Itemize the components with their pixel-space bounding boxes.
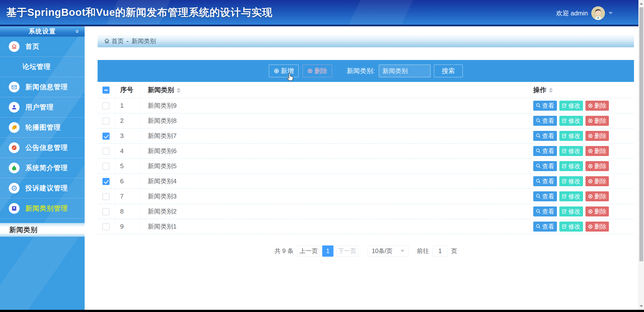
scrollbar-thumb[interactable]	[639, 7, 643, 261]
delete-button[interactable]: ⊗ 删除	[586, 176, 609, 186]
edit-button[interactable]: 修改	[559, 176, 583, 186]
edit-icon	[562, 178, 567, 184]
sidebar-item-8[interactable]: 新闻类别管理	[0, 198, 85, 219]
delete-button[interactable]: ⊗ 删除	[586, 222, 609, 232]
edit-button[interactable]: 修改	[559, 161, 583, 171]
edit-button[interactable]: 修改	[559, 131, 583, 141]
sort-caret-icon[interactable]	[176, 88, 180, 93]
edit-button[interactable]: 修改	[559, 222, 583, 232]
view-button[interactable]: 查看	[533, 161, 557, 171]
delete-button[interactable]: ⊗ 删除	[586, 101, 609, 111]
view-button[interactable]: 查看	[533, 146, 557, 156]
view-button[interactable]: 查看	[533, 222, 557, 232]
view-button[interactable]: 查看	[533, 101, 557, 111]
view-button[interactable]: 查看	[533, 206, 557, 216]
row-checkbox[interactable]	[102, 193, 110, 200]
table-row: 3 新闻类别7 查看 修改 ⊗ 删除	[98, 128, 634, 143]
sidebar-subitem-news-category[interactable]: 新闻类别	[0, 223, 85, 237]
sidebar-item-6[interactable]: 系统简介管理	[0, 158, 85, 178]
magnifier-icon	[536, 209, 541, 214]
user-icon	[9, 102, 20, 113]
edit-button[interactable]: 修改	[559, 206, 583, 216]
sidebar-item-3[interactable]: 用户管理	[0, 97, 85, 117]
sidebar-group-header[interactable]: 系统设置 »	[0, 26, 85, 36]
next-page-button[interactable]: 下一页	[336, 246, 358, 257]
view-button[interactable]: 查看	[533, 191, 557, 201]
page-number-button[interactable]: 1	[322, 246, 334, 257]
scroll-down-arrow-icon[interactable]	[639, 303, 644, 309]
goto-page-input[interactable]	[432, 246, 448, 257]
edit-button-label: 修改	[568, 192, 580, 200]
search-button[interactable]: 搜索	[434, 65, 463, 77]
sidebar-item-2[interactable]: 新闻信息管理	[0, 77, 85, 97]
row-checkbox[interactable]	[102, 102, 110, 109]
edit-button[interactable]: 修改	[559, 101, 583, 111]
delete-button[interactable]: ⊗ 删除	[586, 116, 609, 126]
view-button[interactable]: 查看	[533, 176, 557, 186]
delete-button-label: 删除	[594, 117, 606, 125]
sort-caret-icon[interactable]	[549, 88, 553, 93]
row-checkbox[interactable]	[102, 163, 110, 170]
table-row: 1 新闻类别9 查看 修改 ⊗ 删除	[98, 98, 634, 113]
avatar[interactable]	[591, 6, 605, 20]
table-header-row: 序号 新闻类别 操作	[98, 82, 634, 98]
sidebar-item-0[interactable]: 首页	[0, 36, 85, 57]
row-category: 新闻类别3	[140, 189, 530, 204]
sidebar-item-7[interactable]: 投诉建议管理	[0, 178, 85, 198]
carousel-icon	[9, 122, 20, 133]
row-checkbox[interactable]	[102, 223, 110, 230]
edit-button-label: 修改	[568, 162, 580, 170]
view-button-label: 查看	[542, 147, 554, 155]
row-checkbox[interactable]	[102, 133, 110, 140]
row-checkbox[interactable]	[102, 208, 110, 215]
add-button[interactable]: ⊕ 新增	[269, 65, 298, 77]
prev-page-button[interactable]: 上一页	[298, 246, 319, 257]
edit-button-label: 修改	[568, 223, 580, 231]
sidebar-item-4[interactable]: 轮播图管理	[0, 117, 85, 138]
edit-icon	[562, 224, 567, 229]
view-button-label: 查看	[542, 177, 554, 185]
row-checkbox[interactable]	[102, 178, 110, 185]
delete-button[interactable]: ⊗ 删除	[586, 191, 609, 201]
breadcrumb-current: 新闻类别	[132, 37, 156, 45]
column-header-index: 序号	[115, 82, 140, 98]
double-chevron-down-icon[interactable]: »	[74, 30, 82, 33]
edit-icon	[562, 209, 567, 214]
view-button[interactable]: 查看	[533, 131, 557, 141]
magnifier-icon	[536, 118, 541, 123]
data-table: 序号 新闻类别 操作 1 新闻类别9 查看	[98, 82, 634, 234]
dot-icon	[9, 65, 16, 69]
chevron-down-icon[interactable]	[608, 12, 613, 14]
circle-x-icon: ⊗	[588, 223, 593, 230]
edit-icon	[562, 118, 567, 123]
delete-button-label: 删除	[594, 223, 606, 231]
vertical-scrollbar[interactable]	[638, 0, 644, 310]
delete-button[interactable]: ⊗ 删除	[586, 161, 609, 171]
edit-button[interactable]: 修改	[559, 146, 583, 156]
category-icon	[9, 203, 20, 214]
sidebar-group-title: 系统设置	[29, 27, 56, 35]
select-all-checkbox[interactable]	[102, 86, 110, 94]
edit-icon	[562, 133, 567, 138]
row-index: 8	[115, 204, 140, 219]
delete-selected-button[interactable]: ⊗ 删除	[302, 65, 332, 77]
search-input[interactable]	[379, 65, 430, 77]
row-checkbox[interactable]	[102, 148, 110, 155]
sidebar-item-5[interactable]: 公告信息管理	[0, 138, 85, 158]
sidebar-item-1[interactable]: 论坛管理	[0, 57, 85, 77]
row-checkbox[interactable]	[102, 117, 110, 125]
breadcrumb-home[interactable]: 首页	[104, 37, 124, 45]
edit-button-label: 修改	[568, 117, 580, 125]
scroll-up-arrow-icon[interactable]	[639, 0, 644, 7]
page-size-select[interactable]: 10条/页	[368, 246, 408, 257]
delete-button[interactable]: ⊗ 删除	[586, 131, 609, 141]
edit-button-label: 修改	[568, 132, 580, 140]
table-row: 4 新闻类别6 查看 修改 ⊗ 删除	[98, 143, 634, 158]
delete-button[interactable]: ⊗ 删除	[586, 206, 609, 216]
delete-button[interactable]: ⊗ 删除	[586, 146, 609, 156]
edit-button[interactable]: 修改	[559, 116, 583, 126]
column-header-actions: 操作	[530, 82, 634, 98]
view-button[interactable]: 查看	[533, 116, 557, 126]
user-menu[interactable]: 欢迎 admin	[556, 0, 613, 26]
edit-button[interactable]: 修改	[559, 191, 583, 201]
